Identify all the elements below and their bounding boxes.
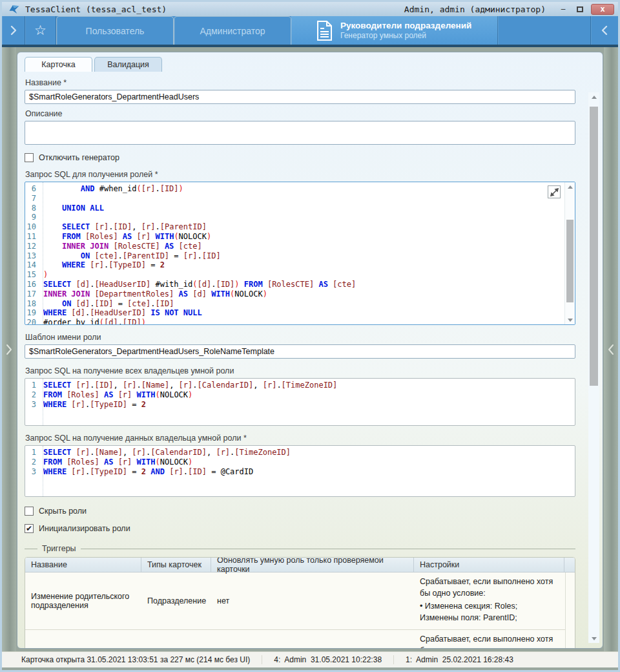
scroll-thumb[interactable] [566,220,574,302]
window-title: TessaClient (tessa_acl_test) [25,5,404,14]
window-frame-bottom [2,667,618,670]
toolbar-tab-user[interactable]: Пользователь [56,16,174,45]
gutter-rule [43,446,43,496]
trigger-name: Изменение руководителя подразделения [25,630,141,649]
card-tab-strip: Карточка Валидация [17,52,603,72]
gutter-rule [43,379,43,425]
owner-data-sql-label: Запрос SQL на получение данных владельца… [25,434,575,443]
roles-sql-label: Запрос SQL для получения ролей * [25,170,575,179]
toolbar-tab-admin[interactable]: Администратор [174,16,291,45]
card-form: Название * $SmartRoleGenerators_Departme… [17,72,603,648]
trigger-card-types: Подразделение [141,630,211,649]
template-input[interactable]: $SmartRoleGenerators_DepartmentHeadUsers… [25,344,575,359]
main-toolbar: ☆ Пользователь Администратор Руководител… [2,16,618,47]
triggers-table-header: Название Типы карточек Обновлять умную р… [25,558,575,572]
toolbar-tab-active-card[interactable]: Руководители подразделений Генератор умн… [291,16,498,45]
chevron-left-icon [607,342,615,357]
column-header-scroll-spacer [564,558,575,572]
owners-sql-editor[interactable]: 1SELECT [r].[ID], [r].[Name], [r].[Calen… [25,378,575,426]
column-header-settings[interactable]: Настройки [414,558,564,572]
table-row[interactable]: Изменение руководителя подразделения Под… [25,629,575,649]
toolbar-spacer [498,16,591,45]
name-input[interactable]: $SmartRoleGenerators_DepartmentHeadUsers [25,90,575,104]
toolbar-back-button[interactable] [2,16,25,45]
disable-generator-checkbox[interactable] [25,153,34,162]
expand-icon [550,188,559,196]
disable-generator-label: Отключить генератор [39,153,119,162]
title-bar: TessaClient (tessa_acl_test) Admin, admi… [2,2,618,16]
triggers-group-header: Триггеры [25,544,575,553]
column-header-name[interactable]: Название [25,558,141,572]
content-region: Карточка Валидация Название * $SmartRole… [2,47,618,651]
editor-scrollbar[interactable] [564,182,575,324]
card-panel: Карточка Валидация Название * $SmartRole… [17,52,603,649]
table-row[interactable]: Изменение родительского подразделения По… [25,572,575,629]
toolbar-forward-button[interactable] [591,16,618,45]
document-icon [316,21,333,41]
gutter-rule [43,182,43,324]
roles-sql-editor[interactable]: 6 AND #when_id([r].[ID])7 8 UNION ALL9 1… [25,182,575,325]
init-roles-row[interactable]: ✔ Инициализировать роли [25,524,575,533]
settings-condition-header: Срабатывает, если выполнено хотя бы одно… [420,576,554,599]
status-modified: 4: Admin 31.05.2021 10:22:38 [262,655,393,664]
status-bar: Карточка открыта 31.05.2021 13:03:51 за … [2,651,618,667]
trigger-settings: Срабатывает, если выполнено хотя бы одно… [414,630,563,649]
triggers-group-label: Триггеры [37,544,81,553]
trigger-update-only: нет [211,630,414,649]
settings-condition-item: • Изменена секция: Roles; Изменены поля:… [420,601,554,624]
table-scrollbar[interactable] [565,572,575,649]
roles-sql-code: 6 AND #when_id([r].[ID])7 8 UNION ALL9 1… [25,184,575,325]
triggers-table: Название Типы карточек Обновлять умную р… [25,557,575,649]
status-created: 1: Admin 25.02.2021 16:28:43 [393,655,525,664]
chevron-right-icon [5,342,13,357]
scroll-up-arrow[interactable] [565,182,575,191]
owners-sql-label: Запрос SQL на получение всех владельцев … [25,366,575,375]
chevron-right-icon [10,25,17,36]
close-button[interactable]: x [591,4,614,15]
maximize-button[interactable] [572,4,588,15]
owners-sql-code: 1SELECT [r].[ID], [r].[Name], [r].[Calen… [25,381,575,409]
settings-condition-header: Срабатывает, если выполнено хотя бы одно… [420,634,554,649]
tab-card[interactable]: Карточка [25,57,92,72]
hide-roles-checkbox[interactable] [25,507,34,516]
left-panel-expander[interactable] [2,47,16,651]
expand-editor-button[interactable] [548,185,561,198]
trigger-settings: Срабатывает, если выполнено хотя бы одно… [414,572,563,629]
disable-generator-row[interactable]: Отключить генератор [25,153,575,162]
owner-data-sql-code: 1SELECT [r].[Name], [r].[CalendarID], [r… [25,448,575,476]
description-input[interactable] [25,121,575,145]
hide-roles-label: Скрыть роли [39,507,87,516]
trigger-card-types: Подразделение [141,572,211,629]
status-opened: Карточка открыта 31.05.2021 13:03:51 за … [2,655,262,664]
scroll-up-arrow[interactable] [588,92,599,101]
hide-roles-row[interactable]: Скрыть роли [25,507,575,516]
maximize-icon [577,6,583,12]
right-panel-expander[interactable] [604,47,618,651]
tessa-logo-icon [8,5,20,14]
trigger-update-only: нет [211,572,414,629]
active-card-title: Руководители подразделений [340,21,471,30]
app-window: TessaClient (tessa_acl_test) Admin, admi… [2,2,618,670]
owner-data-sql-editor[interactable]: 1SELECT [r].[Name], [r].[CalendarID], [r… [25,445,575,497]
favorites-button[interactable]: ☆ [25,16,56,45]
template-label: Шаблон имени роли [25,333,575,342]
minimize-button[interactable]: – [555,4,572,15]
active-card-subtitle: Генератор умных ролей [340,31,471,40]
column-header-card-types[interactable]: Типы карточек [141,558,211,572]
scroll-down-arrow[interactable] [588,634,599,643]
init-roles-label: Инициализировать роли [39,524,130,533]
name-label: Название * [25,78,575,87]
scroll-thumb[interactable] [590,107,598,386]
current-user-label: Admin, admin (администратор) [404,5,546,14]
chevron-left-icon [601,25,608,36]
column-header-update-only[interactable]: Обновлять умную роль только проверяемой … [211,558,414,572]
init-roles-checkbox[interactable]: ✔ [25,524,34,533]
trigger-name: Изменение родительского подразделения [25,572,141,629]
scroll-down-arrow[interactable] [565,315,575,324]
description-label: Описание [25,109,575,118]
tab-validation[interactable]: Валидация [94,57,162,72]
form-scrollbar[interactable] [588,92,599,643]
